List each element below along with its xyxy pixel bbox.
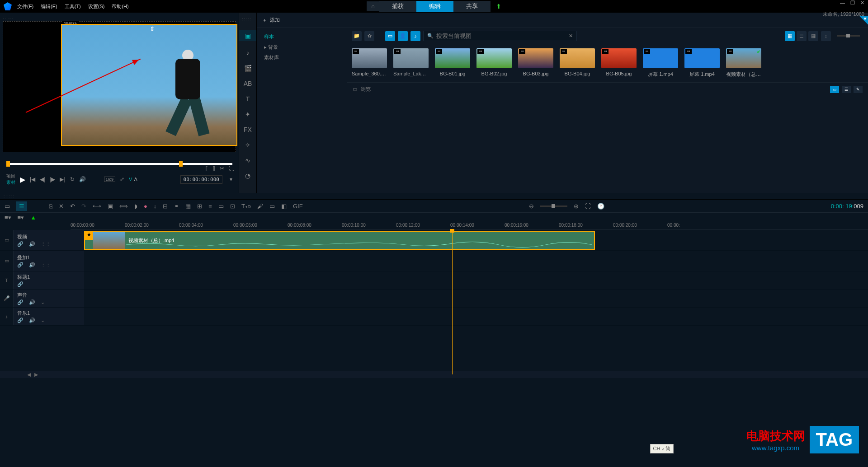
track-type-voice-icon[interactable]: 🎤 bbox=[0, 290, 14, 307]
sort-icon[interactable]: ↕ bbox=[821, 31, 831, 41]
expand-icon[interactable]: ⌄ bbox=[41, 299, 45, 305]
filter-audio-icon[interactable]: ♪ bbox=[410, 31, 420, 41]
library-item[interactable]: ▭BG-B01.jpg bbox=[435, 48, 470, 78]
play-button[interactable]: ▶ bbox=[20, 175, 25, 184]
3d-title-icon[interactable]: T₃ᴅ bbox=[241, 203, 251, 210]
transition-category-icon[interactable]: AB bbox=[244, 80, 252, 87]
prev-frame-icon[interactable]: ◀| bbox=[40, 176, 45, 182]
view-grid-icon[interactable]: ▦ bbox=[785, 31, 795, 41]
zoom-out-icon[interactable]: ⊖ bbox=[529, 203, 534, 210]
volume-icon[interactable]: 🔊 bbox=[79, 176, 86, 182]
tree-sample[interactable]: 样本 bbox=[257, 32, 347, 42]
color-category-icon[interactable]: ✧ bbox=[245, 141, 250, 149]
search-box[interactable]: 🔍 ✕ bbox=[423, 31, 577, 41]
timecode-dropdown-icon[interactable]: ▾ bbox=[230, 176, 232, 182]
mark-out-icon[interactable]: ⟧ bbox=[212, 165, 215, 172]
loop-icon[interactable]: ↻ bbox=[70, 176, 75, 182]
mute-icon[interactable]: 🔊 bbox=[29, 299, 35, 305]
library-item[interactable]: ▭Sample_360.m... bbox=[352, 48, 387, 78]
copy-icon[interactable]: ⎘ bbox=[49, 203, 52, 210]
filter-person-icon[interactable]: 👤 bbox=[398, 31, 408, 41]
home-icon[interactable]: ⌂ bbox=[367, 1, 379, 11]
add-button[interactable]: ＋ 添加 bbox=[257, 17, 285, 23]
subtitle-icon[interactable]: ▭ bbox=[269, 203, 275, 210]
library-item[interactable]: ▭Sample_Lake.... bbox=[393, 48, 429, 78]
media-category-icon[interactable]: ▣ bbox=[239, 30, 256, 41]
mute-icon[interactable]: 🔊 bbox=[29, 241, 35, 247]
fx-category-icon[interactable]: FX bbox=[244, 126, 252, 133]
scroll-right-icon[interactable]: ▶ bbox=[34, 372, 39, 378]
menu-tools[interactable]: 工具(T) bbox=[65, 3, 81, 10]
material-label[interactable]: 素材 bbox=[6, 179, 15, 186]
blank-icon[interactable]: ▭ bbox=[218, 203, 224, 210]
footer-tool3-icon[interactable]: ✎ bbox=[854, 86, 863, 93]
expand-icon[interactable]: ⌄ bbox=[41, 318, 45, 323]
scroll-left-icon[interactable]: ◀ bbox=[27, 372, 32, 378]
link-icon[interactable]: 🔗 bbox=[17, 241, 24, 247]
storyboard-view-icon[interactable]: ▭ bbox=[5, 203, 10, 210]
speed-category-icon[interactable]: ◔ bbox=[245, 172, 250, 179]
track-type-title-icon[interactable]: T bbox=[0, 271, 14, 289]
preview-timecode[interactable]: 00:00:00:000 bbox=[180, 175, 222, 184]
timeline-timecode[interactable]: 0:00: 19:009 bbox=[831, 203, 863, 210]
project-label[interactable]: 项目 bbox=[6, 173, 15, 179]
redo-icon[interactable]: ↷ bbox=[81, 203, 86, 210]
timeline-view-icon[interactable]: ☰ bbox=[16, 201, 27, 211]
tab-share[interactable]: 共享 bbox=[453, 1, 491, 12]
link-icon[interactable]: 🔗 bbox=[17, 281, 24, 287]
link-icon[interactable]: 🔗 bbox=[17, 299, 24, 305]
tab-capture[interactable]: 捕获 bbox=[379, 1, 416, 12]
menu-help[interactable]: 帮助(H) bbox=[112, 3, 128, 10]
menu-settings[interactable]: 设置(S) bbox=[88, 3, 105, 10]
resize-mode-icon[interactable]: ⤢ bbox=[120, 176, 124, 182]
favorite-tag-icon[interactable]: ★ bbox=[859, 16, 868, 25]
paint-icon[interactable]: 🖌 bbox=[257, 203, 263, 210]
link-icon[interactable]: 🔗 bbox=[17, 318, 24, 323]
link-icon[interactable]: ⚭ bbox=[174, 203, 179, 210]
track-menu2-icon[interactable]: ≡▾ bbox=[18, 214, 24, 221]
next-frame-icon[interactable]: |▶ bbox=[50, 176, 55, 182]
menu-edit[interactable]: 编辑(E) bbox=[41, 3, 57, 10]
minimize-icon[interactable]: — bbox=[840, 0, 845, 6]
library-item[interactable]: ▭✔视频素材（总）.... bbox=[726, 48, 761, 78]
fit-window-icon[interactable]: ⛶ bbox=[585, 203, 591, 210]
filter-image-icon[interactable]: ▭ bbox=[385, 31, 395, 41]
stretch-icon[interactable]: ⟺ bbox=[119, 203, 128, 210]
preview-trim-slider[interactable] bbox=[6, 159, 232, 168]
view-tiles-icon[interactable]: ▦ bbox=[808, 31, 818, 41]
path-category-icon[interactable]: ∿ bbox=[245, 157, 250, 164]
clock-icon[interactable]: 🕐 bbox=[597, 203, 604, 210]
audio-category-icon[interactable]: ♪ bbox=[246, 49, 250, 56]
panel-grip[interactable]: :::::: bbox=[2, 14, 237, 20]
preview-frame[interactable] bbox=[61, 24, 237, 146]
library-item[interactable]: ▭BG-B05.jpg bbox=[601, 48, 637, 78]
timeline-zoom-slider[interactable] bbox=[540, 205, 567, 207]
playhead[interactable] bbox=[452, 230, 453, 374]
panel-grip[interactable]: :::::: bbox=[241, 16, 254, 22]
tree-background[interactable]: ▸ 背景 bbox=[257, 42, 347, 52]
gif-icon[interactable]: GIF bbox=[293, 203, 303, 210]
library-item[interactable]: ▭屏幕 1.mp4 bbox=[643, 48, 678, 78]
tree-assets[interactable]: 素材库 bbox=[257, 52, 347, 63]
browse-button[interactable]: 浏览 bbox=[361, 86, 371, 93]
chapter-icon[interactable]: ⊟ bbox=[163, 203, 168, 210]
search-input[interactable] bbox=[436, 33, 566, 39]
track-type-overlay-icon[interactable]: ▭ bbox=[0, 251, 14, 271]
library-item[interactable]: ▭BG-B04.jpg bbox=[560, 48, 595, 78]
mark-in-icon[interactable]: ⟦ bbox=[205, 165, 208, 172]
track-icon[interactable]: ≡ bbox=[208, 203, 212, 210]
maximize-icon[interactable]: ❐ bbox=[850, 0, 855, 6]
layout-icon[interactable]: ▦ bbox=[185, 203, 191, 210]
speed-in-icon[interactable]: ◗ bbox=[134, 203, 137, 210]
zoom-in-icon[interactable]: ⊕ bbox=[574, 203, 579, 210]
preview-canvas[interactable]: 视频轨 ⇕ bbox=[3, 21, 236, 152]
track-menu1-icon[interactable]: ≡▾ bbox=[5, 214, 11, 221]
track-up-icon[interactable]: ▲ bbox=[30, 214, 36, 221]
close-icon[interactable]: ✕ bbox=[860, 0, 864, 6]
panel-grip[interactable]: :::::: bbox=[0, 193, 868, 199]
upload-icon[interactable]: ⬆ bbox=[496, 3, 501, 10]
menu-file[interactable]: 文件(F) bbox=[17, 3, 33, 10]
video-category-icon[interactable]: 🎬 bbox=[244, 65, 252, 72]
title-category-icon[interactable]: T bbox=[246, 95, 250, 103]
track-type-music-icon[interactable]: ♪ bbox=[0, 308, 14, 325]
